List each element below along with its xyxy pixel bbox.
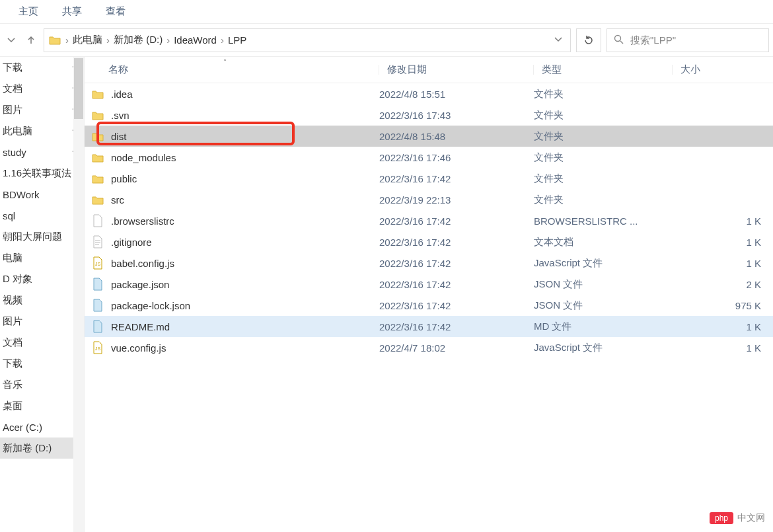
chevron-right-icon[interactable]: › <box>221 34 224 46</box>
svg-text:JS: JS <box>95 346 101 351</box>
file-name-label: node_modules <box>111 152 176 163</box>
address-dropdown[interactable] <box>550 34 566 46</box>
file-type-cell: JSON 文件 <box>534 299 673 312</box>
file-row[interactable]: .gitignore2022/3/16 17:42文本文档1 K <box>85 231 773 252</box>
file-date-cell: 2022/3/16 17:42 <box>379 215 534 227</box>
file-row[interactable]: package-lock.json2022/3/16 17:42JSON 文件9… <box>85 295 773 316</box>
refresh-button[interactable] <box>576 28 601 52</box>
file-row[interactable]: src2022/3/19 22:13文件夹 <box>85 189 773 210</box>
sidebar-item[interactable]: 图片 <box>0 99 84 120</box>
file-name-label: .browserslistrc <box>111 215 174 227</box>
file-row[interactable]: .idea2022/4/8 15:51文件夹 <box>85 83 773 104</box>
sidebar-item[interactable]: sql <box>0 205 84 226</box>
file-list-pane: 名称 ˄ 修改日期 类型 大小 .idea2022/4/8 15:51文件夹.s… <box>85 57 773 532</box>
breadcrumb-item-1[interactable]: 新加卷 (D:) <box>114 34 163 46</box>
sidebar-item[interactable]: 图片 <box>0 311 84 332</box>
file-size-cell: 1 K <box>673 237 773 248</box>
sidebar-item-label: D 对象 <box>3 273 32 285</box>
tab-main[interactable]: 主页 <box>7 1 50 22</box>
column-modified[interactable]: 修改日期 <box>379 63 534 76</box>
breadcrumb-item-3[interactable]: LPP <box>228 34 246 46</box>
sidebar-item-label: BDWork <box>3 189 40 200</box>
file-row[interactable]: public2022/3/16 17:42文件夹 <box>85 168 773 189</box>
sidebar-scrollbar[interactable] <box>73 57 84 532</box>
chevron-right-icon[interactable]: › <box>65 34 69 46</box>
breadcrumb-item-0[interactable]: 此电脑 <box>73 34 102 46</box>
sidebar-item[interactable]: D 对象 <box>0 268 84 289</box>
sidebar-item[interactable]: 音乐 <box>0 374 84 395</box>
file-row[interactable]: node_modules2022/3/16 17:46文件夹 <box>85 147 773 168</box>
file-type-cell: 文件夹 <box>534 130 673 143</box>
file-row[interactable]: .svn2022/3/16 17:43文件夹 <box>85 104 773 126</box>
watermark: php 中文网 <box>710 512 765 524</box>
file-type-cell: JavaScript 文件 <box>534 342 673 354</box>
file-row[interactable]: JSbabel.config.js2022/3/16 17:42JavaScri… <box>85 252 773 274</box>
sidebar-item[interactable]: BDWork <box>0 184 84 205</box>
folder-icon <box>91 130 104 143</box>
file-name-label: vue.config.js <box>111 342 166 354</box>
file-name-label: dist <box>111 131 126 142</box>
folder-icon <box>91 87 104 100</box>
nav-up-button[interactable] <box>24 33 38 48</box>
file-icon <box>91 235 104 248</box>
file-type-cell: BROWSERSLISTRC ... <box>534 215 673 227</box>
folder-icon <box>91 193 104 206</box>
search-input[interactable] <box>630 34 762 46</box>
search-box[interactable] <box>607 28 769 52</box>
file-name-label: public <box>111 173 137 184</box>
sidebar-item[interactable]: 文档 <box>0 78 84 99</box>
column-type[interactable]: 类型 <box>534 63 673 76</box>
file-name-cell: .svn <box>85 108 379 122</box>
folder-icon <box>91 172 104 185</box>
chevron-right-icon[interactable]: › <box>106 34 110 46</box>
sidebar-item[interactable]: 下载 <box>0 353 84 374</box>
file-size-cell: 1 K <box>673 258 773 269</box>
svg-point-0 <box>615 35 621 41</box>
sidebar-item[interactable]: study <box>0 141 84 163</box>
history-dropdown[interactable] <box>4 33 18 48</box>
breadcrumb-item-2[interactable]: IdeaWord <box>174 34 217 46</box>
sidebar-item-label: 文档 <box>3 83 22 95</box>
address-bar[interactable]: › 此电脑 › 新加卷 (D:) › IdeaWord › LPP <box>44 28 571 52</box>
file-name-cell: dist <box>85 130 379 143</box>
file-type-cell: 文本文档 <box>534 236 673 248</box>
file-date-cell: 2022/4/7 18:02 <box>379 342 534 354</box>
file-row[interactable]: JSvue.config.js2022/4/7 18:02JavaScript … <box>85 337 773 358</box>
sidebar-item[interactable]: 朝阳大屏问题 <box>0 226 84 247</box>
file-name-label: .gitignore <box>111 237 152 248</box>
file-type-cell: JSON 文件 <box>534 278 673 291</box>
file-date-cell: 2022/3/16 17:42 <box>379 321 534 332</box>
sidebar-item[interactable]: 电脑 <box>0 247 84 268</box>
sidebar-item[interactable]: 1.16关联事项法 <box>0 163 84 184</box>
file-rows: .idea2022/4/8 15:51文件夹.svn2022/3/16 17:4… <box>85 83 773 532</box>
sidebar-item[interactable]: 桌面 <box>0 395 84 416</box>
sidebar-item-label: 音乐 <box>3 379 22 391</box>
sidebar-item[interactable]: 视频 <box>0 289 84 311</box>
file-row[interactable]: .browserslistrc2022/3/16 17:42BROWSERSLI… <box>85 210 773 231</box>
sidebar-item-label: study <box>3 147 26 158</box>
file-row[interactable]: dist2022/4/8 15:48文件夹 <box>85 126 773 147</box>
file-name-cell: README.md <box>85 320 379 333</box>
column-name[interactable]: 名称 ˄ <box>85 63 379 76</box>
sidebar-item[interactable]: 此电脑 <box>0 120 84 141</box>
chevron-right-icon[interactable]: › <box>166 34 170 46</box>
sidebar-scrollbar-thumb[interactable] <box>74 58 83 119</box>
sidebar-item[interactable]: 下载 <box>0 57 84 78</box>
column-size[interactable]: 大小 <box>673 63 773 76</box>
sidebar-item[interactable]: Acer (C:) <box>0 416 84 437</box>
file-size-cell: 2 K <box>673 279 773 290</box>
file-size-cell: 1 K <box>673 215 773 227</box>
file-row[interactable]: README.md2022/3/16 17:42MD 文件1 K <box>85 316 773 337</box>
file-size-cell: 975 K <box>673 300 773 311</box>
sort-indicator-icon: ˄ <box>223 58 227 65</box>
main-area: 下载文档图片此电脑study1.16关联事项法BDWorksql朝阳大屏问题电脑… <box>0 57 773 532</box>
sidebar-item-label: 电脑 <box>3 252 22 264</box>
sidebar-item[interactable]: 文档 <box>0 332 84 353</box>
file-name-label: package.json <box>111 279 169 290</box>
file-row[interactable]: package.json2022/3/16 17:42JSON 文件2 K <box>85 274 773 295</box>
sidebar-item-label: 下载 <box>3 61 22 74</box>
sidebar-item-label: 1.16关联事项法 <box>3 167 71 180</box>
tab-view[interactable]: 查看 <box>94 1 137 22</box>
tab-share[interactable]: 共享 <box>50 1 94 22</box>
sidebar-item[interactable]: 新加卷 (D:) <box>0 437 84 459</box>
